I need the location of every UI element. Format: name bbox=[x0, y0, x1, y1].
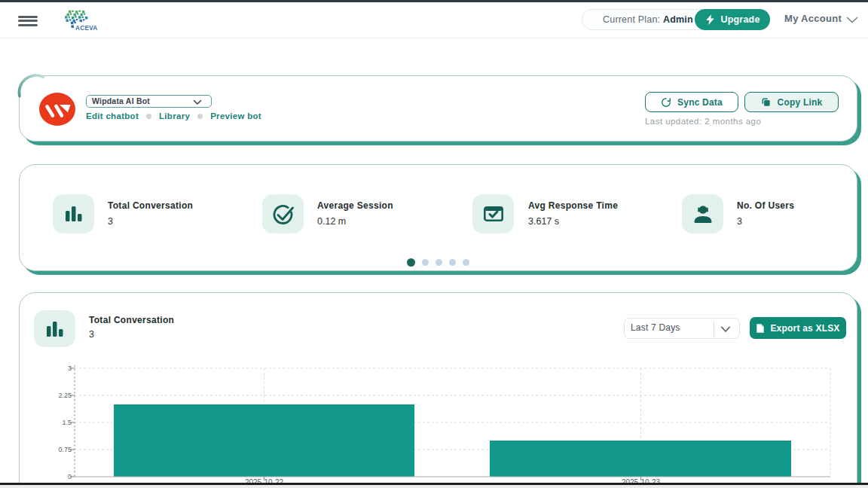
svg-text:0: 0 bbox=[68, 473, 72, 480]
svg-text:1.5: 1.5 bbox=[62, 419, 72, 426]
svg-text:3: 3 bbox=[68, 364, 72, 372]
svg-text:ACEVA: ACEVA bbox=[75, 25, 98, 32]
svg-text:2.25: 2.25 bbox=[58, 392, 72, 399]
svg-text:0.75: 0.75 bbox=[58, 446, 72, 453]
